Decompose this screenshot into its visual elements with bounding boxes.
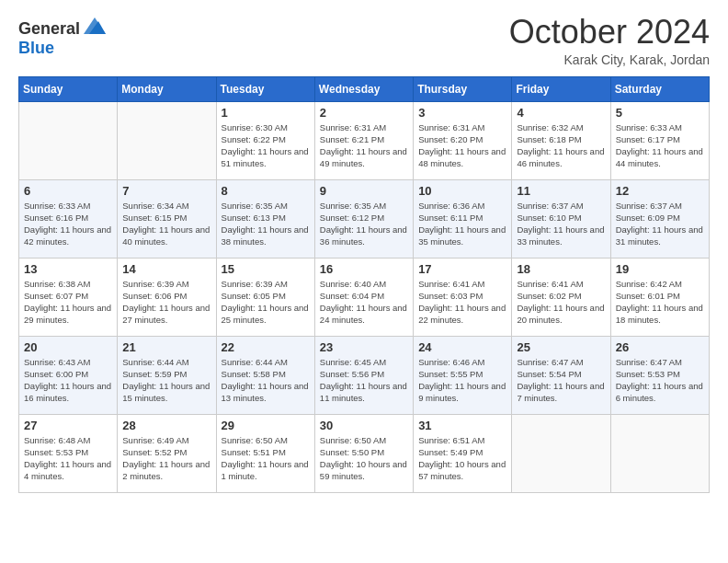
day-info: Sunrise: 6:33 AMSunset: 6:17 PMDaylight:… (616, 121, 704, 170)
calendar-cell (118, 101, 216, 179)
day-number: 15 (222, 262, 310, 276)
calendar-cell: 4Sunrise: 6:32 AMSunset: 6:18 PMDaylight… (512, 101, 610, 179)
calendar-cell: 13Sunrise: 6:38 AMSunset: 6:07 PMDayligh… (19, 258, 118, 336)
day-number: 11 (517, 184, 605, 198)
calendar-cell: 15Sunrise: 6:39 AMSunset: 6:05 PMDayligh… (216, 258, 314, 336)
logo-general: General (18, 20, 80, 39)
calendar-header-friday: Friday (512, 76, 610, 101)
day-info: Sunrise: 6:47 AMSunset: 5:54 PMDaylight:… (517, 356, 605, 405)
day-number: 19 (616, 262, 704, 276)
calendar-cell: 26Sunrise: 6:47 AMSunset: 5:53 PMDayligh… (610, 336, 709, 414)
calendar-cell: 7Sunrise: 6:34 AMSunset: 6:15 PMDaylight… (118, 179, 216, 258)
calendar-cell: 19Sunrise: 6:42 AMSunset: 6:01 PMDayligh… (610, 258, 709, 336)
day-number: 31 (418, 419, 506, 432)
calendar-week-row: 6Sunrise: 6:33 AMSunset: 6:16 PMDaylight… (19, 179, 710, 258)
calendar-cell: 25Sunrise: 6:47 AMSunset: 5:54 PMDayligh… (512, 336, 610, 414)
calendar-week-row: 27Sunrise: 6:48 AMSunset: 5:53 PMDayligh… (19, 414, 710, 492)
day-info: Sunrise: 6:47 AMSunset: 5:53 PMDaylight:… (616, 356, 704, 405)
day-info: Sunrise: 6:31 AMSunset: 6:20 PMDaylight:… (418, 121, 506, 170)
day-info: Sunrise: 6:43 AMSunset: 6:00 PMDaylight:… (24, 356, 112, 405)
day-number: 24 (418, 340, 506, 354)
day-number: 30 (320, 419, 408, 432)
day-number: 2 (320, 106, 408, 120)
day-number: 14 (122, 262, 210, 276)
day-info: Sunrise: 6:38 AMSunset: 6:07 PMDaylight:… (24, 278, 112, 327)
calendar-cell: 28Sunrise: 6:49 AMSunset: 5:52 PMDayligh… (118, 414, 216, 492)
calendar-cell (19, 101, 118, 179)
day-info: Sunrise: 6:34 AMSunset: 6:15 PMDaylight:… (122, 200, 210, 248)
day-info: Sunrise: 6:50 AMSunset: 5:50 PMDaylight:… (320, 434, 408, 483)
calendar-week-row: 1Sunrise: 6:30 AMSunset: 6:22 PMDaylight… (19, 101, 710, 179)
day-number: 13 (24, 262, 112, 276)
day-info: Sunrise: 6:51 AMSunset: 5:49 PMDaylight:… (418, 434, 506, 483)
day-number: 8 (222, 184, 310, 198)
day-number: 16 (320, 262, 408, 276)
logo: General Blue (18, 18, 108, 58)
day-number: 21 (122, 340, 210, 354)
title-area: October 2024 Karak City, Karak, Jordan (509, 14, 710, 67)
calendar-cell: 31Sunrise: 6:51 AMSunset: 5:49 PMDayligh… (414, 414, 512, 492)
day-info: Sunrise: 6:40 AMSunset: 6:04 PMDaylight:… (320, 278, 408, 327)
calendar-header-wednesday: Wednesday (314, 76, 413, 101)
header: General Blue October 2024 Karak City, Ka… (18, 14, 710, 67)
day-number: 18 (517, 262, 605, 276)
calendar-cell (512, 414, 610, 492)
calendar-cell: 23Sunrise: 6:45 AMSunset: 5:56 PMDayligh… (314, 336, 413, 414)
calendar-cell: 24Sunrise: 6:46 AMSunset: 5:55 PMDayligh… (414, 336, 512, 414)
calendar-cell: 11Sunrise: 6:37 AMSunset: 6:10 PMDayligh… (512, 179, 610, 258)
calendar-cell: 30Sunrise: 6:50 AMSunset: 5:50 PMDayligh… (314, 414, 413, 492)
day-info: Sunrise: 6:39 AMSunset: 6:05 PMDaylight:… (222, 278, 310, 327)
day-number: 1 (222, 106, 310, 120)
day-info: Sunrise: 6:37 AMSunset: 6:10 PMDaylight:… (517, 200, 605, 248)
month-title: October 2024 (509, 14, 710, 51)
calendar-cell: 6Sunrise: 6:33 AMSunset: 6:16 PMDaylight… (19, 179, 118, 258)
location-title: Karak City, Karak, Jordan (509, 52, 710, 67)
calendar-header-saturday: Saturday (610, 76, 709, 101)
calendar-header-tuesday: Tuesday (216, 76, 314, 101)
calendar-cell: 8Sunrise: 6:35 AMSunset: 6:13 PMDaylight… (216, 179, 314, 258)
day-info: Sunrise: 6:35 AMSunset: 6:12 PMDaylight:… (320, 200, 408, 248)
day-number: 20 (24, 340, 112, 354)
calendar-header-monday: Monday (118, 76, 216, 101)
day-info: Sunrise: 6:41 AMSunset: 6:03 PMDaylight:… (418, 278, 506, 327)
day-info: Sunrise: 6:31 AMSunset: 6:21 PMDaylight:… (320, 121, 408, 170)
day-number: 23 (320, 340, 408, 354)
day-info: Sunrise: 6:30 AMSunset: 6:22 PMDaylight:… (222, 121, 310, 170)
calendar-cell: 22Sunrise: 6:44 AMSunset: 5:58 PMDayligh… (216, 336, 314, 414)
calendar-cell: 21Sunrise: 6:44 AMSunset: 5:59 PMDayligh… (118, 336, 216, 414)
calendar-header-sunday: Sunday (19, 76, 118, 101)
day-number: 22 (222, 340, 310, 354)
day-info: Sunrise: 6:49 AMSunset: 5:52 PMDaylight:… (122, 434, 210, 483)
day-info: Sunrise: 6:45 AMSunset: 5:56 PMDaylight:… (320, 356, 408, 405)
logo-blue: Blue (18, 39, 54, 57)
day-info: Sunrise: 6:39 AMSunset: 6:06 PMDaylight:… (122, 278, 210, 327)
calendar-header-thursday: Thursday (414, 76, 512, 101)
calendar-cell: 17Sunrise: 6:41 AMSunset: 6:03 PMDayligh… (414, 258, 512, 336)
day-number: 10 (418, 184, 506, 198)
calendar-cell: 3Sunrise: 6:31 AMSunset: 6:20 PMDaylight… (414, 101, 512, 179)
calendar-header-row: SundayMondayTuesdayWednesdayThursdayFrid… (19, 76, 710, 101)
calendar-cell: 27Sunrise: 6:48 AMSunset: 5:53 PMDayligh… (19, 414, 118, 492)
day-number: 9 (320, 184, 408, 198)
day-number: 17 (418, 262, 506, 276)
day-info: Sunrise: 6:37 AMSunset: 6:09 PMDaylight:… (616, 200, 704, 248)
calendar-cell: 14Sunrise: 6:39 AMSunset: 6:06 PMDayligh… (118, 258, 216, 336)
day-info: Sunrise: 6:50 AMSunset: 5:51 PMDaylight:… (222, 434, 310, 483)
day-number: 12 (616, 184, 704, 198)
calendar-week-row: 20Sunrise: 6:43 AMSunset: 6:00 PMDayligh… (19, 336, 710, 414)
calendar-cell: 1Sunrise: 6:30 AMSunset: 6:22 PMDaylight… (216, 101, 314, 179)
calendar-cell: 12Sunrise: 6:37 AMSunset: 6:09 PMDayligh… (610, 179, 709, 258)
day-number: 4 (517, 106, 605, 120)
calendar-cell: 29Sunrise: 6:50 AMSunset: 5:51 PMDayligh… (216, 414, 314, 492)
day-info: Sunrise: 6:41 AMSunset: 6:02 PMDaylight:… (517, 278, 605, 327)
day-info: Sunrise: 6:36 AMSunset: 6:11 PMDaylight:… (418, 200, 506, 248)
calendar-table: SundayMondayTuesdayWednesdayThursdayFrid… (18, 76, 710, 493)
day-number: 25 (517, 340, 605, 354)
day-info: Sunrise: 6:42 AMSunset: 6:01 PMDaylight:… (616, 278, 704, 327)
day-info: Sunrise: 6:44 AMSunset: 5:58 PMDaylight:… (222, 356, 310, 405)
day-info: Sunrise: 6:44 AMSunset: 5:59 PMDaylight:… (122, 356, 210, 405)
day-info: Sunrise: 6:33 AMSunset: 6:16 PMDaylight:… (24, 200, 112, 248)
calendar-cell: 20Sunrise: 6:43 AMSunset: 6:00 PMDayligh… (19, 336, 118, 414)
day-info: Sunrise: 6:48 AMSunset: 5:53 PMDaylight:… (24, 434, 112, 483)
calendar-cell (610, 414, 709, 492)
